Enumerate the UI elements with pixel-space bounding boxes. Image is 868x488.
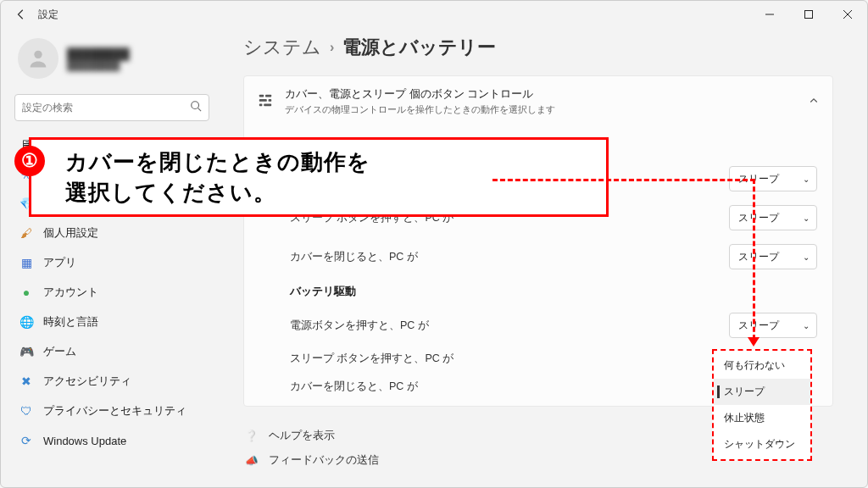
- sidebar-item-apps[interactable]: ▦アプリ: [8, 248, 216, 277]
- close-button[interactable]: [828, 1, 867, 28]
- feedback-icon: 📣: [245, 454, 259, 467]
- svg-rect-11: [259, 103, 263, 106]
- svg-rect-10: [269, 99, 272, 102]
- titlebar: 設定: [1, 1, 867, 28]
- privacy-icon: 🛡: [19, 404, 33, 418]
- search-box[interactable]: [14, 94, 209, 121]
- sidebar-item-privacy[interactable]: 🛡プライバシーとセキュリティ: [8, 396, 216, 425]
- annotation-callout-box: カバーを閉じたときの動作を 選択してください。: [29, 137, 609, 217]
- breadcrumb-parent[interactable]: システム: [243, 35, 321, 60]
- row-power-button-battery: 電源ボタンを押すと、PC が スリープ⌄: [244, 306, 832, 345]
- row-label: 電源ボタンを押すと、PC が: [290, 319, 729, 333]
- row-label: カバーを閉じると、PC が: [290, 250, 729, 264]
- windows-update-icon: ⟳: [19, 434, 33, 447]
- profile-sub: ████████: [67, 60, 130, 70]
- dropdown-option-sleep[interactable]: スリープ: [714, 379, 810, 405]
- window-controls: [750, 1, 867, 28]
- settings-window: 設定 ████████ ████████: [0, 0, 868, 488]
- account-icon: ●: [19, 286, 33, 299]
- card-title: カバー、電源とスリープ 個のボタン コントロール: [285, 86, 797, 102]
- breadcrumb-separator: ›: [330, 40, 334, 55]
- card-header[interactable]: カバー、電源とスリープ 個のボタン コントロール デバイスの物理コントロールを操…: [244, 76, 832, 126]
- svg-rect-9: [259, 99, 267, 102]
- search-icon: [190, 100, 202, 115]
- profile-text: ████████ ████████: [67, 47, 130, 70]
- combo-lid-close-plugged[interactable]: スリープ⌄: [729, 244, 817, 269]
- card-subtitle: デバイスの物理コントロールを操作したときの動作を選択します: [285, 103, 797, 116]
- sidebar-item-label: Windows Update: [43, 435, 126, 447]
- chevron-down-icon: ⌄: [803, 214, 810, 223]
- chevron-down-icon: ⌄: [803, 252, 810, 262]
- feedback-link-label: フィードバックの送信: [269, 453, 379, 468]
- minimize-button[interactable]: [750, 1, 789, 28]
- annotation-arrow-v: [753, 179, 755, 340]
- sidebar-item-label: アクセシビリティ: [43, 374, 131, 389]
- accessibility-icon: ✖: [19, 374, 33, 388]
- svg-rect-1: [805, 11, 813, 19]
- svg-rect-8: [265, 94, 271, 97]
- sidebar-item-gaming[interactable]: 🎮ゲーム: [8, 337, 216, 366]
- annotation-arrow-head: [748, 337, 760, 347]
- dropdown-option-shutdown[interactable]: シャットダウン: [714, 431, 810, 458]
- sidebar-item-label: プライバシーとセキュリティ: [43, 403, 186, 419]
- sidebar-item-label: ゲーム: [43, 344, 76, 359]
- time-language-icon: 🌐: [19, 315, 33, 329]
- back-button[interactable]: [14, 8, 28, 21]
- annotation-arrow-h: [492, 179, 755, 181]
- sidebar-item-label: 個人用設定: [43, 225, 98, 241]
- avatar: [18, 38, 58, 79]
- profile-block[interactable]: ████████ ████████: [8, 35, 216, 89]
- app-title: 設定: [38, 8, 58, 22]
- annotation-text-line2: 選択してください。: [65, 177, 606, 208]
- profile-name: ████████: [67, 47, 130, 60]
- maximize-button[interactable]: [789, 1, 828, 28]
- chevron-down-icon: ⌄: [803, 175, 810, 184]
- apps-icon: ▦: [19, 256, 33, 269]
- combo-power-button-battery[interactable]: スリープ⌄: [729, 313, 817, 338]
- svg-point-5: [192, 102, 199, 109]
- sidebar: ████████ ████████ 🖥システム ⚹Bluetooth とデバイス…: [1, 28, 223, 487]
- svg-rect-12: [264, 103, 271, 106]
- sidebar-item-time-language[interactable]: 🌐時刻と言語: [8, 308, 216, 336]
- svg-rect-7: [259, 94, 264, 97]
- search-input[interactable]: [22, 102, 190, 114]
- annotation-badge: ①: [14, 146, 45, 176]
- breadcrumb: システム › 電源とバッテリー: [243, 31, 833, 75]
- row-lid-close-plugged: カバーを閉じると、PC が スリープ⌄: [244, 237, 832, 276]
- dropdown-option-nothing[interactable]: 何も行わない: [714, 352, 810, 379]
- help-link-label: ヘルプを表示: [269, 429, 335, 443]
- personalization-icon: 🖌: [19, 226, 33, 240]
- svg-point-4: [34, 51, 42, 58]
- svg-line-6: [198, 108, 202, 112]
- dropdown-popup: 何も行わない スリープ 休止状態 シャットダウン: [712, 349, 812, 461]
- sidebar-item-account[interactable]: ●アカウント: [8, 278, 216, 307]
- sidebar-item-label: アプリ: [43, 255, 76, 270]
- annotation-text-line1: カバーを閉じたときの動作を: [65, 147, 606, 177]
- sidebar-item-accessibility[interactable]: ✖アクセシビリティ: [8, 367, 216, 396]
- controls-icon: [258, 92, 273, 111]
- breadcrumb-current: 電源とバッテリー: [342, 35, 496, 60]
- sidebar-item-windows-update[interactable]: ⟳Windows Update: [8, 426, 216, 455]
- sidebar-item-label: 時刻と言語: [43, 314, 98, 330]
- chevron-up-icon: [809, 94, 819, 109]
- combo-sleep-button-plugged[interactable]: スリープ⌄: [729, 205, 817, 230]
- help-icon: ❔: [245, 430, 259, 442]
- sidebar-item-label: アカウント: [43, 285, 98, 300]
- sidebar-item-personalization[interactable]: 🖌個人用設定: [8, 219, 216, 247]
- chevron-down-icon: ⌄: [803, 321, 810, 330]
- gaming-icon: 🎮: [19, 345, 33, 358]
- dropdown-option-hibernate[interactable]: 休止状態: [714, 405, 810, 431]
- group-label-battery: バッテリ駆動: [244, 276, 832, 306]
